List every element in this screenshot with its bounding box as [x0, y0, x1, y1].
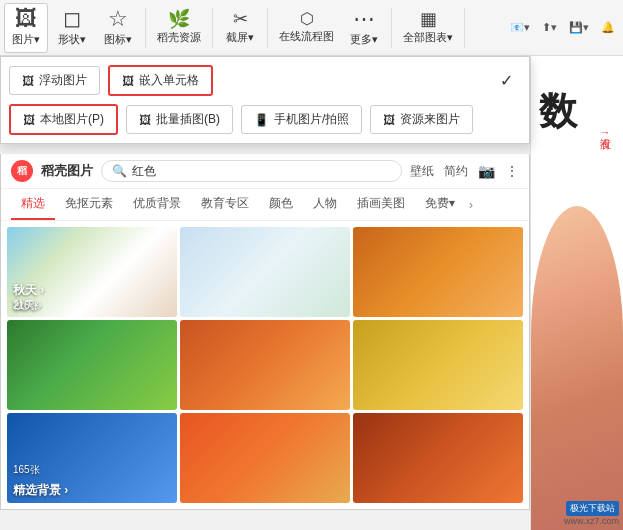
shape-icon: ◻: [63, 8, 81, 30]
resource-image-icon: 🖼: [383, 113, 395, 127]
daoke-logo: 稻: [11, 160, 33, 182]
list-item[interactable]: [180, 320, 350, 410]
img-header-tags: 壁纸 简约 📷 ⋮: [410, 163, 519, 180]
toolbar-separator-4: [391, 8, 392, 48]
spreadsheet-area: 数 没有↑: [530, 56, 623, 530]
dropdown-row-1: 🖼 浮动图片 🖼 嵌入单元格 ✓: [9, 65, 521, 96]
batch-insert-icon: 🖼: [139, 113, 151, 127]
resource-image-label: 资源来图片: [400, 111, 460, 128]
embed-cell-btn[interactable]: 🖼 嵌入单元格: [108, 65, 213, 96]
list-item[interactable]: 精选背景 › 165张: [7, 413, 177, 503]
tab-people[interactable]: 人物: [303, 189, 347, 220]
list-item[interactable]: [180, 227, 350, 317]
toolbar-notify-btn[interactable]: 🔔: [597, 19, 619, 36]
tab-arrow-icon[interactable]: ›: [465, 192, 477, 218]
resource-image-btn[interactable]: 🖼 资源来图片: [370, 105, 473, 134]
search-icon: 🔍: [112, 164, 127, 178]
toolbar-screenshot[interactable]: ✂ 截屏▾: [218, 3, 262, 53]
camera-icon[interactable]: 📷: [478, 163, 495, 180]
list-item[interactable]: [180, 413, 350, 503]
toolbar-shape[interactable]: ◻ 形状▾: [50, 3, 94, 53]
batch-insert-label: 批量插图(B): [156, 111, 220, 128]
img-search-input[interactable]: [132, 164, 192, 178]
toolbar-separator-2: [212, 8, 213, 48]
image-grid: 秋天 › 秋天 › 216张 精选背景 › 165张: [1, 221, 529, 509]
daoke-icon: 🌿: [168, 10, 190, 28]
table-icon: ▦: [420, 10, 437, 28]
more-options-icon[interactable]: ⋮: [505, 163, 519, 180]
toolbar-icon[interactable]: ☆ 图标▾: [96, 3, 140, 53]
float-image-label: 浮动图片: [39, 72, 87, 89]
toolbar-right-actions: 📧▾ ⬆▾ 💾▾ 🔔: [506, 19, 619, 36]
toolbar-table-label: 全部图表▾: [403, 30, 453, 45]
img-cell-count-1: 秋天 › 216张: [13, 282, 44, 313]
local-image-icon: 🖼: [23, 113, 35, 127]
list-item[interactable]: 秋天 › 秋天 › 216张: [7, 227, 177, 317]
toolbar-flowchart-label: 在线流程图: [279, 29, 334, 44]
tab-edu[interactable]: 教育专区: [191, 189, 259, 220]
tab-bg[interactable]: 优质背景: [123, 189, 191, 220]
screenshot-icon: ✂: [233, 10, 248, 28]
toolbar-table[interactable]: ▦ 全部图表▾: [397, 3, 459, 53]
img-search-box: 🔍: [101, 160, 402, 182]
watermark: 极光下载站 www.xz7.com: [564, 499, 619, 526]
list-item[interactable]: [353, 320, 523, 410]
phone-image-label: 手机图片/拍照: [274, 111, 349, 128]
image-panel: 稻 稻壳图片 🔍 壁纸 简约 📷 ⋮ 精选 免抠元素 优质背景 教育专区 颜色 …: [0, 154, 530, 510]
toolbar-separator-5: [464, 8, 465, 48]
simple-tag[interactable]: 简约: [444, 163, 468, 180]
tab-art[interactable]: 插画美图: [347, 189, 415, 220]
toolbar-shape-label: 形状▾: [58, 32, 86, 47]
tab-featured[interactable]: 精选: [11, 189, 55, 220]
tab-color[interactable]: 颜色: [259, 189, 303, 220]
list-item[interactable]: [353, 227, 523, 317]
phone-image-icon: 📱: [254, 113, 269, 127]
picture-icon: 🖼: [15, 8, 37, 30]
toolbar-save-btn[interactable]: 💾▾: [565, 19, 593, 36]
toolbar-email-btn[interactable]: 📧▾: [506, 19, 534, 36]
phone-image-btn[interactable]: 📱 手机图片/拍照: [241, 105, 362, 134]
batch-insert-btn[interactable]: 🖼 批量插图(B): [126, 105, 233, 134]
toolbar-picture-label: 图片▾: [12, 32, 40, 47]
more-icon: ⋯: [353, 8, 375, 30]
toolbar-separator-3: [267, 8, 268, 48]
toolbar-upload-btn[interactable]: ⬆▾: [538, 19, 561, 36]
check-mark[interactable]: ✓: [492, 67, 521, 94]
wallpaper-tag[interactable]: 壁纸: [410, 163, 434, 180]
list-item[interactable]: [353, 413, 523, 503]
face-preview: [531, 206, 623, 530]
toolbar-flowchart[interactable]: ⬡ 在线流程图: [273, 3, 340, 53]
img-panel-title: 稻壳图片: [41, 162, 93, 180]
toolbar-screenshot-label: 截屏▾: [226, 30, 254, 45]
local-image-label: 本地图片(P): [40, 111, 104, 128]
tab-free2[interactable]: 免费▾: [415, 189, 465, 220]
toolbar-picture[interactable]: 🖼 图片▾: [4, 3, 48, 53]
list-item[interactable]: [7, 320, 177, 410]
spreadsheet-big-label: 数: [531, 56, 623, 137]
toolbar-more[interactable]: ⋯ 更多▾: [342, 3, 386, 53]
toolbar-daoke-label: 稻壳资源: [157, 30, 201, 45]
embed-cell-icon: 🖼: [122, 74, 134, 88]
float-image-icon: 🖼: [22, 74, 34, 88]
embed-cell-label: 嵌入单元格: [139, 72, 199, 89]
toolbar-separator-1: [145, 8, 146, 48]
float-image-btn[interactable]: 🖼 浮动图片: [9, 66, 100, 95]
tab-free[interactable]: 免抠元素: [55, 189, 123, 220]
image-dropdown: 🖼 浮动图片 🖼 嵌入单元格 ✓ 🖼 本地图片(P) 🖼 批量插图(B) 📱 手…: [0, 56, 530, 144]
spreadsheet-note: 没有↑: [590, 126, 621, 140]
toolbar-daoke[interactable]: 🌿 稻壳资源: [151, 3, 207, 53]
local-image-btn[interactable]: 🖼 本地图片(P): [9, 104, 118, 135]
flowchart-icon: ⬡: [300, 11, 314, 27]
toolbar-icon-label: 图标▾: [104, 32, 132, 47]
dropdown-row-2: 🖼 本地图片(P) 🖼 批量插图(B) 📱 手机图片/拍照 🖼 资源来图片: [9, 104, 521, 135]
main-toolbar: 🖼 图片▾ ◻ 形状▾ ☆ 图标▾ 🌿 稻壳资源 ✂ 截屏▾ ⬡ 在线流程图 ⋯: [0, 0, 623, 56]
img-category-tabs: 精选 免抠元素 优质背景 教育专区 颜色 人物 插画美图 免费▾ ›: [1, 189, 529, 221]
img-panel-header: 稻 稻壳图片 🔍 壁纸 简约 📷 ⋮: [1, 154, 529, 189]
star-icon: ☆: [108, 8, 128, 30]
toolbar-more-label: 更多▾: [350, 32, 378, 47]
